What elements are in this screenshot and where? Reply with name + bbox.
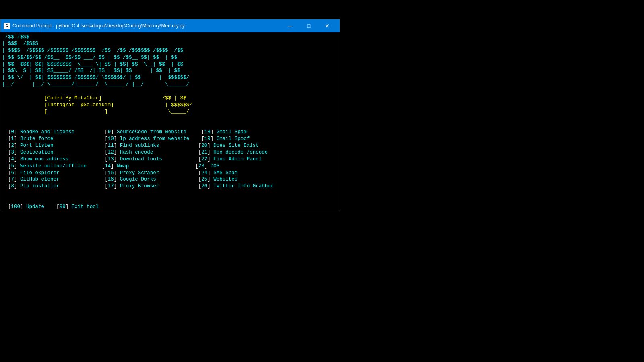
maximize-button[interactable]: □ (299, 19, 318, 32)
window-title: Command Prompt - python C:\Users\daqua\D… (12, 23, 281, 29)
app-icon: C (4, 23, 10, 29)
titlebar: C Command Prompt - python C:\Users\daqua… (0, 19, 340, 32)
terminal-body: /$$ /$$$ | $$$ /$$$$ | $$$$ /$$$$$ /$$$$… (0, 32, 340, 211)
close-button[interactable]: ✕ (318, 19, 336, 32)
minimize-button[interactable]: ─ (281, 19, 299, 32)
terminal-content: /$$ /$$$ | $$$ /$$$$ | $$$$ /$$$$$ /$$$$… (2, 34, 338, 211)
window-controls: ─ □ ✕ (281, 19, 336, 32)
cmd-window: C Command Prompt - python C:\Users\daqua… (0, 19, 340, 211)
